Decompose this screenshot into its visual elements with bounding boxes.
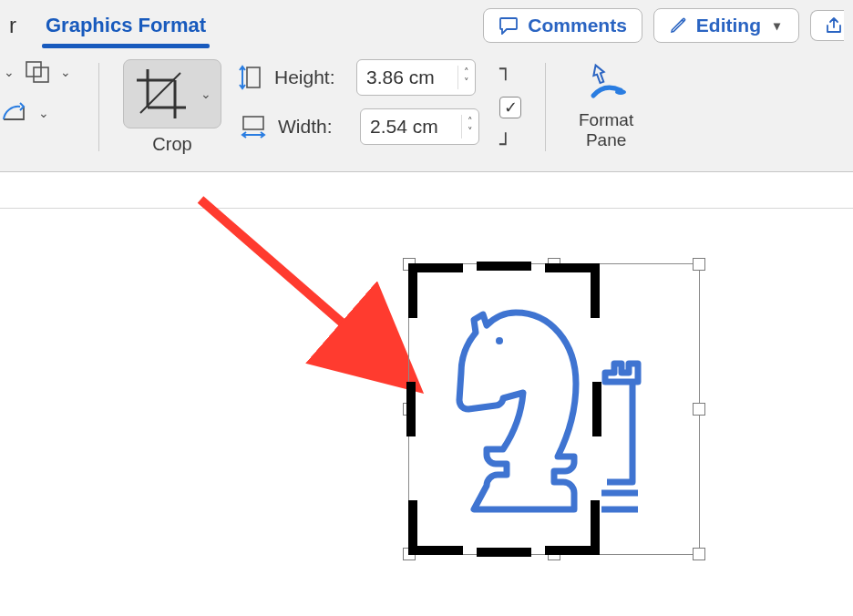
crop-button[interactable]: ⌄ [123,59,221,128]
width-label: Width: [278,116,351,138]
comments-label: Comments [528,15,627,36]
lock-aspect-checkbox[interactable]: ✓ [499,97,521,118]
crop-handle[interactable] [591,263,600,318]
canvas[interactable] [0,209,853,616]
tabs-row: r Graphics Format Comments Editing ▾ [0,0,853,50]
format-pane-icon [581,59,632,107]
resize-handle[interactable] [693,548,705,560]
format-pane-button[interactable]: FormatPane [570,59,642,150]
height-input[interactable] [357,63,457,92]
corner-top-icon: ┐ [499,61,521,77]
format-pane-label-2: Pane [586,130,626,149]
svg-line-12 [200,200,410,382]
editing-button[interactable]: Editing ▾ [653,8,799,43]
rotate-icon [0,101,29,125]
size-corner-group: ┐ ✓ ┘ [496,59,521,155]
group-divider [545,63,546,151]
ruler [0,172,853,209]
rotate-tool-partial[interactable]: ⌄ [0,101,75,125]
group-icon [24,59,51,85]
chevron-down-icon: ⌄ [0,65,18,79]
size-group: Height: ˄˅ Width: ˄˅ [238,59,479,145]
resize-handle[interactable] [693,258,705,271]
crop-label: Crop [152,134,191,155]
crop-icon [129,64,193,124]
comment-icon [498,16,519,35]
svg-rect-7 [247,67,260,87]
left-tool-fragment: ⌄ ⌄ ⌄ [0,59,75,125]
crop-handle[interactable] [408,263,417,318]
chevron-down-icon: ⌄ [35,106,53,120]
svg-rect-9 [243,117,263,129]
document-area [0,172,853,616]
width-icon [238,113,269,140]
chevron-down-icon: ⌄ [197,87,215,101]
share-icon [824,16,844,35]
crop-group: ⌄ Crop [123,59,221,155]
share-button-partial[interactable] [810,10,844,41]
height-spinner[interactable]: ˄˅ [457,66,475,89]
tab-partial-previous[interactable]: r [9,13,20,38]
chevron-down-icon: ⌄ [57,65,75,79]
width-input[interactable] [361,112,461,141]
crop-handle[interactable] [408,500,417,555]
width-spinner[interactable]: ˄˅ [461,115,478,139]
spin-down-icon[interactable]: ˅ [464,77,469,87]
height-label: Height: [274,67,347,88]
tab-graphics-format[interactable]: Graphics Format [38,8,213,43]
position-tool-partial[interactable]: ⌄ ⌄ [0,59,75,85]
spin-down-icon[interactable]: ˅ [468,127,473,137]
crop-frame[interactable] [408,263,600,555]
crop-handle[interactable] [592,382,601,436]
svg-point-11 [615,89,626,95]
comments-button[interactable]: Comments [483,8,642,43]
resize-handle[interactable] [693,403,705,416]
chevron-down-icon: ▾ [770,18,784,33]
crop-handle[interactable] [477,548,531,557]
ribbon: r Graphics Format Comments Editing ▾ [0,0,853,172]
group-divider [98,63,99,151]
height-field[interactable]: ˄˅ [356,59,476,96]
pencil-icon [669,16,687,35]
ribbon-tools: ⌄ ⌄ ⌄ [0,50,853,171]
crop-handle[interactable] [591,500,600,555]
editing-label: Editing [696,15,761,36]
crop-handle[interactable] [477,262,531,271]
corner-bottom-icon: ┘ [499,137,521,153]
height-icon [238,62,265,93]
crop-handle[interactable] [406,382,416,436]
width-field[interactable]: ˄˅ [360,108,479,145]
format-pane-label-1: Format [579,110,633,129]
